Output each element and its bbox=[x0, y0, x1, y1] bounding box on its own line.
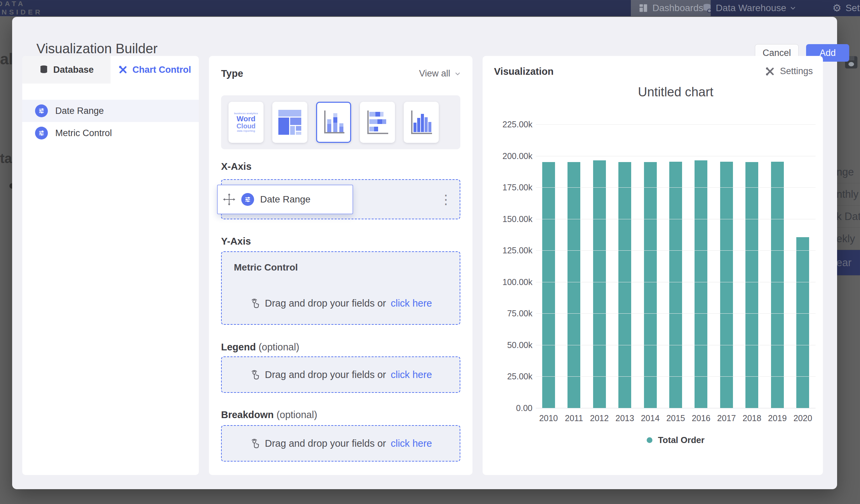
bar bbox=[720, 162, 733, 408]
bar-slot bbox=[612, 124, 637, 408]
legend-dropzone[interactable]: Drag and drop your fields or click here bbox=[221, 357, 460, 393]
bar bbox=[542, 162, 555, 408]
fields-panel: Database Chart Control Date RangeMetric … bbox=[22, 56, 199, 475]
gridline bbox=[536, 156, 816, 156]
fields-panel-tabs: Database Chart Control bbox=[22, 56, 199, 84]
click-here-link[interactable]: click here bbox=[390, 438, 432, 449]
nav-tab-label: Settings bbox=[846, 3, 860, 13]
chip-label: Date Range bbox=[260, 194, 310, 205]
y-tick-label: 75.00k bbox=[491, 308, 532, 318]
y-tick-label: 175.00k bbox=[491, 183, 532, 192]
tools-icon bbox=[765, 66, 775, 76]
chart-type-histogram[interactable] bbox=[404, 102, 439, 143]
background-menu-item: nthly bbox=[835, 183, 860, 205]
y-axis-section-label: Y-Axis bbox=[221, 236, 251, 247]
nav-tab-settings[interactable]: ⚙ Settings bbox=[825, 0, 860, 16]
bar bbox=[745, 162, 758, 408]
bar bbox=[669, 162, 682, 408]
x-tick-label: 2015 bbox=[663, 413, 688, 423]
nav-tab-label: Data Warehouse bbox=[716, 3, 786, 13]
bar bbox=[644, 162, 657, 408]
field-item[interactable]: Metric Control bbox=[22, 122, 199, 144]
tap-icon bbox=[249, 298, 260, 308]
bar bbox=[694, 160, 707, 408]
bar-slot bbox=[790, 124, 816, 408]
bar bbox=[568, 162, 580, 408]
bar bbox=[618, 162, 631, 408]
nav-tab-data-warehouse[interactable]: Data Warehouse bbox=[695, 0, 803, 16]
legend-dot bbox=[647, 437, 653, 443]
bar-series bbox=[536, 124, 816, 408]
gear-icon: ⚙ bbox=[832, 3, 842, 13]
visualization-panel: Visualization Settings Untitled chart 20… bbox=[483, 56, 823, 475]
x-axis-dropzone[interactable]: Date Range bbox=[221, 179, 460, 219]
chart-type-treemap[interactable] bbox=[272, 102, 307, 143]
field-icon bbox=[241, 193, 254, 206]
x-axis-section-label: X-Axis bbox=[221, 161, 252, 172]
bar-slot bbox=[536, 124, 561, 408]
y-tick-label: 150.00k bbox=[491, 214, 532, 224]
chart-type-strip: business analytics Word Cloud data repor… bbox=[221, 95, 460, 149]
x-tick-label: 2019 bbox=[765, 413, 790, 423]
logo-line2: INSIDER bbox=[0, 8, 42, 16]
gridline bbox=[536, 313, 816, 314]
chart-type-stacked-column[interactable] bbox=[316, 102, 351, 143]
x-tick-label: 2012 bbox=[587, 413, 612, 423]
tap-icon bbox=[249, 438, 260, 449]
builder-panel: Type View all business analytics Word Cl… bbox=[209, 56, 472, 475]
background-menu-item: k Date bbox=[835, 205, 860, 228]
click-here-link[interactable]: click here bbox=[390, 298, 432, 309]
tab-database[interactable]: Database bbox=[22, 56, 111, 84]
y-tick-label: 200.00k bbox=[491, 151, 532, 161]
field-label: Metric Control bbox=[55, 128, 112, 139]
gridline bbox=[536, 376, 816, 377]
tap-icon bbox=[249, 369, 260, 380]
date-range-chip[interactable]: Date Range bbox=[217, 185, 353, 214]
word-cloud-thumbnail: business analytics Word Cloud data repor… bbox=[234, 112, 258, 133]
click-here-link[interactable]: click here bbox=[390, 369, 432, 380]
bar-slot bbox=[663, 124, 688, 408]
view-all-dropdown[interactable]: View all bbox=[419, 68, 460, 79]
x-tick-label: 2013 bbox=[612, 413, 637, 423]
database-icon bbox=[39, 65, 48, 75]
bar-slot bbox=[739, 124, 765, 408]
field-label: Date Range bbox=[55, 106, 104, 116]
top-nav-bar: DATA INSIDER Dashboards Data Warehouse ⚙ bbox=[0, 0, 860, 16]
x-tick-label: 2020 bbox=[790, 413, 816, 423]
treemap-thumbnail bbox=[278, 109, 302, 135]
y-tick-label: 125.00k bbox=[491, 246, 532, 255]
y-tick-label: 100.00k bbox=[491, 277, 532, 287]
kebab-menu-icon[interactable]: ⋮ bbox=[440, 180, 452, 219]
bar bbox=[771, 162, 784, 408]
x-tick-label: 2010 bbox=[536, 413, 561, 423]
bar-slot bbox=[714, 124, 739, 408]
chart-type-stacked-bar[interactable] bbox=[360, 102, 395, 143]
x-tick-label: 2011 bbox=[561, 413, 586, 423]
tab-chart-control[interactable]: Chart Control bbox=[111, 56, 199, 84]
move-icon bbox=[223, 193, 235, 205]
app-logo: DATA INSIDER bbox=[0, 0, 42, 16]
gridline bbox=[536, 124, 816, 125]
settings-label: Settings bbox=[780, 66, 813, 76]
breakdown-dropzone[interactable]: Drag and drop your fields or click here bbox=[221, 425, 460, 462]
visualization-header: Visualization bbox=[494, 66, 554, 77]
field-item[interactable]: Date Range bbox=[22, 100, 199, 122]
visualization-builder-modal: Visualization Builder Cancel Add Databas… bbox=[12, 17, 837, 489]
chart-type-word-cloud[interactable]: business analytics Word Cloud data repor… bbox=[228, 102, 263, 143]
y-tick-label: 0.00 bbox=[491, 403, 532, 413]
x-tick-label: 2017 bbox=[714, 413, 739, 423]
bar bbox=[593, 160, 606, 408]
field-icon bbox=[35, 127, 48, 140]
background-menu-item: nge bbox=[835, 161, 860, 183]
type-section-label: Type bbox=[221, 68, 243, 79]
gridline bbox=[536, 282, 816, 282]
gridline bbox=[536, 345, 816, 345]
chart-title: Untitled chart bbox=[536, 85, 816, 99]
legend-label: Total Order bbox=[658, 435, 704, 445]
x-tick-label: 2018 bbox=[739, 413, 765, 423]
y-axis-dropzone[interactable]: Metric Control Drag and drop your fields… bbox=[221, 251, 460, 325]
chart-settings-button[interactable]: Settings bbox=[765, 66, 813, 76]
bar-slot bbox=[688, 124, 714, 408]
breakdown-section-label: Breakdown (optional) bbox=[221, 409, 317, 420]
legend-section-label: Legend (optional) bbox=[221, 342, 299, 353]
